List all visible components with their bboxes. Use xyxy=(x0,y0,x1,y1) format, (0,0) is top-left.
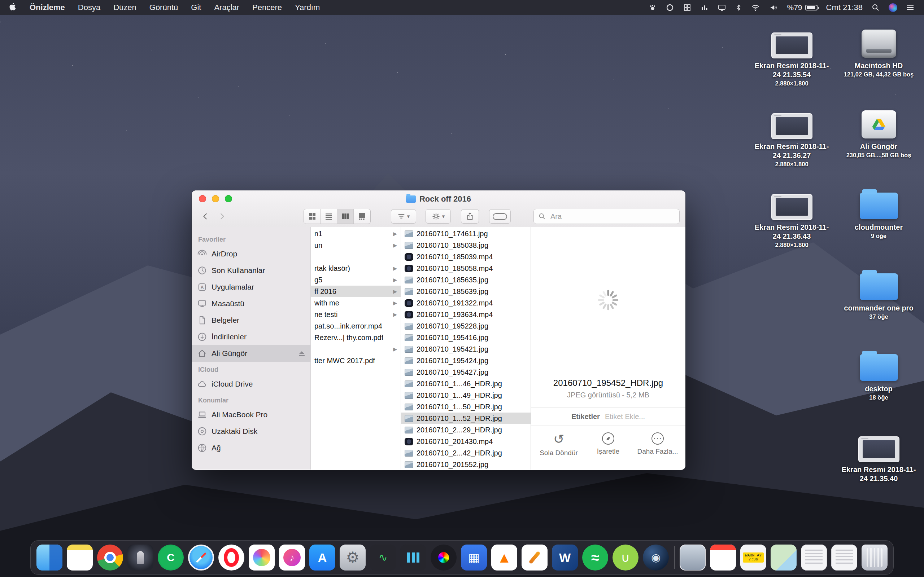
list-view-button[interactable] xyxy=(320,209,337,224)
dock-camtasia[interactable]: C xyxy=(158,545,184,571)
dock-photos[interactable] xyxy=(249,545,275,571)
desktop-icon-ekran-resmi-213643[interactable]: Ekran Resmi 2018-11-24 21.36.43 2.880×1.… xyxy=(751,185,832,266)
sidebar-item-home-ali-gungor[interactable]: Ali Güngör xyxy=(192,345,310,362)
group-by-button[interactable]: ▾ xyxy=(391,209,416,224)
dock-safari[interactable] xyxy=(188,545,214,571)
dock-istat-menus[interactable] xyxy=(400,545,426,571)
file-row[interactable]: 20160710_195416.jpg xyxy=(401,332,531,343)
desktop-icon-desktop[interactable]: desktop 18 öğe xyxy=(838,346,919,427)
file-row[interactable]: 20160710_174611.jpg xyxy=(401,228,531,239)
wifi-icon[interactable] xyxy=(751,3,760,12)
dock-trash[interactable] xyxy=(861,545,888,571)
dock-utorrent[interactable]: ∪ xyxy=(612,545,638,571)
file-row[interactable]: 20160710_201430.mp4 xyxy=(401,436,531,447)
browser-folder-row[interactable]: ne testi ▶ xyxy=(311,309,401,320)
apple-menu[interactable] xyxy=(10,2,16,13)
sidebar-item-remote-disc[interactable]: Uzaktaki Disk xyxy=(192,423,310,440)
menu-dosya[interactable]: Dosya xyxy=(78,3,100,12)
file-row[interactable]: 20160710_185058.mp4 xyxy=(401,263,531,274)
browser-folder-row[interactable]: ff 2016 ▶ xyxy=(311,285,401,297)
menu-pencere[interactable]: Pencere xyxy=(252,3,282,12)
notification-center-icon[interactable] xyxy=(906,3,914,12)
add-tag-field[interactable]: Etiket Ekle... xyxy=(605,413,645,421)
app-menu-title[interactable]: Önizleme xyxy=(30,3,65,12)
menu-git[interactable]: Git xyxy=(191,3,201,12)
bluetooth-icon[interactable] xyxy=(735,3,742,12)
dock-launchpad[interactable] xyxy=(128,545,153,571)
sidebar-item-airdrop[interactable]: AirDrop xyxy=(192,246,310,262)
file-row[interactable]: 20160710_185039.mp4 xyxy=(401,251,531,263)
dock-notes[interactable] xyxy=(67,545,93,571)
desktop-icon-ekran-resmi-213554[interactable]: Ekran Resmi 2018-11-24 21.35.54 2.880×1.… xyxy=(751,23,832,104)
desktop-icon-macintosh-hd[interactable]: Macintosh HD 121,02 GB, 44,32 GB boş xyxy=(838,23,919,104)
file-row[interactable]: 20160710_1...50_HDR.jpg xyxy=(401,401,531,413)
dock-separator[interactable] xyxy=(674,546,675,569)
sidebar-item-documents[interactable]: Belgeler xyxy=(192,312,310,329)
browser-folder-row[interactable] xyxy=(311,251,401,263)
dock-word[interactable]: W xyxy=(552,545,578,571)
browser-folder-row[interactable]: g5 ▶ xyxy=(311,274,401,285)
sidebar-item-applications[interactable]: A Uygulamalar xyxy=(192,279,310,295)
desktop-icon-cloudmounter[interactable]: cloudmounter 9 öğe xyxy=(838,185,919,266)
dock-chrome[interactable] xyxy=(97,545,123,571)
dock-vlc[interactable]: ▲ xyxy=(491,545,517,571)
dock-itunes[interactable]: ♪ xyxy=(279,545,305,571)
dock-minimized-photo[interactable] xyxy=(680,545,706,571)
dock-minimized-calendar[interactable] xyxy=(710,545,736,571)
sidebar-item-network[interactable]: Ağ xyxy=(192,440,310,456)
sidebar-item-recents[interactable]: Son Kullananlar xyxy=(192,262,310,279)
rotate-left-button[interactable]: ↺ Sola Döndür xyxy=(537,432,580,457)
menu-clock[interactable]: Cmt 21:38 xyxy=(826,3,863,12)
file-row[interactable]: 20160710_195421.jpg xyxy=(401,343,531,355)
tag-button[interactable] xyxy=(489,209,511,224)
file-row[interactable]: 20160710_193634.mp4 xyxy=(401,309,531,320)
file-row[interactable]: 20160710_1...46_HDR.jpg xyxy=(401,378,531,390)
siri-icon[interactable] xyxy=(888,3,897,12)
desktop-icon-commander-one-pro[interactable]: commander one pro 37 öğe xyxy=(838,266,919,346)
browser-folder-row[interactable]: with me ▶ xyxy=(311,297,401,309)
back-button[interactable] xyxy=(199,209,212,224)
dock-system-preferences[interactable]: ⚙ xyxy=(340,545,366,571)
file-row[interactable]: 20160710_195427.jpg xyxy=(401,366,531,378)
file-row[interactable]: 20160710_1...52_HDR.jpg xyxy=(401,413,531,424)
markup-button[interactable]: İşaretle xyxy=(586,432,630,456)
sidebar-item-downloads[interactable]: İndirilenler xyxy=(192,329,310,345)
eject-icon[interactable] xyxy=(299,351,305,356)
desktop-icon-ekran-resmi-213627[interactable]: Ekran Resmi 2018-11-24 21.36.27 2.880×1.… xyxy=(751,104,832,185)
battery-indicator[interactable]: %79 xyxy=(787,3,817,12)
browser-folder-row[interactable]: n1 ▶ xyxy=(311,228,401,239)
desktop-icon-ali-gungor-drive[interactable]: Ali Güngör 230,85 GB...,58 GB boş xyxy=(838,104,919,185)
icon-view-button[interactable] xyxy=(304,209,320,224)
sidebar-item-macbook-pro[interactable]: Ali MacBook Pro xyxy=(192,406,310,423)
sidebar-item-icloud-drive[interactable]: iCloud Drive xyxy=(192,376,310,392)
action-menu-button[interactable]: ▾ xyxy=(426,209,451,224)
file-row[interactable]: 20160710_195424.jpg xyxy=(401,355,531,366)
display-status-icon[interactable] xyxy=(717,3,726,12)
volume-icon[interactable] xyxy=(769,3,778,12)
dock-opera[interactable] xyxy=(218,545,244,571)
share-button[interactable] xyxy=(461,209,479,224)
file-row[interactable]: 20160710_2...29_HDR.jpg xyxy=(401,424,531,436)
dock-spotify[interactable]: ≈ xyxy=(582,545,608,571)
dock-activity-monitor[interactable]: ∿ xyxy=(370,545,396,571)
dock-app-store[interactable]: A xyxy=(309,545,335,571)
dock-minimized-window-1[interactable] xyxy=(801,545,827,571)
circle-status-icon[interactable] xyxy=(666,3,674,12)
browser-folder-row[interactable]: tter MWC 2017.pdf xyxy=(311,355,401,366)
file-row[interactable]: 20160710_191322.mp4 xyxy=(401,297,531,309)
file-row[interactable]: 20160710_1...49_HDR.jpg xyxy=(401,390,531,401)
dock-minimized-maps[interactable] xyxy=(771,545,796,571)
dock-minimized-window-2[interactable] xyxy=(831,545,857,571)
gallery-view-button[interactable] xyxy=(354,209,370,224)
desktop-icon-ekran-resmi-213540[interactable]: Ekran Resmi 2018-11-24 21.35.40 xyxy=(838,427,919,508)
dock-minimized-terminal[interactable]: WARN AY 7:36 xyxy=(740,545,766,571)
menu-araclar[interactable]: Araçlar xyxy=(214,3,239,12)
file-row[interactable]: 20160710_201552.jpg xyxy=(401,459,531,469)
dock-color-wheel[interactable] xyxy=(431,545,457,571)
bars-status-icon[interactable] xyxy=(700,3,709,12)
browser-folder-row[interactable]: pat.so...ink.error.mp4 xyxy=(311,320,401,332)
forward-button[interactable] xyxy=(215,209,228,224)
search-input[interactable] xyxy=(550,212,675,221)
menu-yardim[interactable]: Yardım xyxy=(295,3,320,12)
file-row[interactable]: 20160710_185639.jpg xyxy=(401,285,531,297)
